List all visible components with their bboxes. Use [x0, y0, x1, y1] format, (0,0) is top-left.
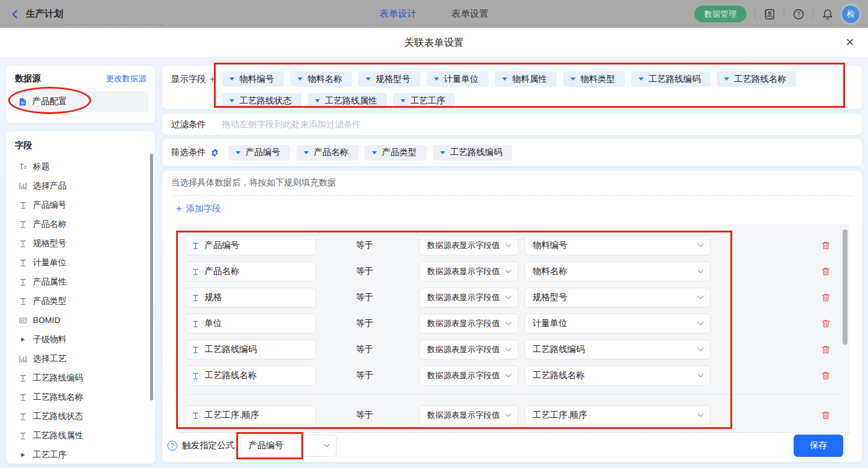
display-field-tag[interactable]: 物料类型 — [563, 71, 625, 87]
datasource-item-label: 产品配置 — [32, 96, 67, 107]
rule-source-select[interactable]: 数据源表显示字段值 — [419, 366, 518, 386]
field-item-product-type[interactable]: 产品类型 — [6, 291, 155, 311]
field-item-route-status[interactable]: 工艺路线状态 — [6, 407, 155, 426]
chevron-down-icon — [505, 322, 512, 325]
field-item-child-material[interactable]: ▶子级物料 — [6, 330, 155, 349]
avatar[interactable]: 检 — [842, 6, 859, 23]
help-circle-icon[interactable]: ? — [167, 441, 177, 451]
screen-field-tag[interactable]: 产品名称 — [296, 145, 358, 161]
data-manage-button[interactable]: 数据管理 — [694, 6, 746, 22]
close-icon[interactable]: ✕ — [846, 36, 854, 50]
rule-field-box[interactable]: 工艺路线编码 — [185, 340, 316, 360]
field-item-product-attr[interactable]: 产品属性 — [6, 272, 155, 291]
delete-rule-icon[interactable] — [821, 267, 831, 276]
field-item-select-process[interactable]: 选择工艺 — [6, 349, 155, 368]
screen-field-tag[interactable]: 工艺路线编码 — [433, 145, 512, 161]
delete-rule-icon[interactable] — [821, 410, 831, 420]
screen-panel: 筛选条件 产品编号 产品名称 产品类型 工艺路线编码 — [162, 139, 862, 166]
datasource-item[interactable]: 产品配置 — [12, 91, 149, 112]
screen-field-tag[interactable]: 产品编号 — [228, 145, 290, 161]
text-field-icon — [19, 412, 27, 421]
contacts-book-icon[interactable] — [763, 8, 776, 20]
rule-value-select[interactable]: 工艺路线编码 — [525, 340, 711, 360]
rule-source-select[interactable]: 数据源表显示字段值 — [419, 288, 518, 307]
equals-label: 等于 — [356, 292, 374, 303]
filter-panel[interactable]: 过滤条件 拖动左侧字段到此处来添加过滤条件 — [162, 114, 862, 135]
rule-value-select[interactable]: 工艺工序.顺序 — [525, 405, 711, 425]
text-field-icon — [19, 431, 27, 440]
rule-source-select[interactable]: 数据源表显示字段值 — [419, 262, 518, 281]
help-icon[interactable]: ? — [792, 8, 805, 20]
display-field-tag[interactable]: 工艺路线名称 — [717, 71, 796, 87]
equals-label: 等于 — [356, 410, 374, 421]
bell-icon[interactable] — [822, 8, 834, 20]
field-item-product-name[interactable]: 产品名称 — [6, 214, 155, 234]
caret-right-icon: ▶ — [19, 452, 27, 457]
text-field-icon — [192, 372, 200, 380]
rule-source-select[interactable]: 数据源表显示字段值 — [419, 236, 518, 255]
rule-field-box[interactable]: 规格 — [185, 288, 316, 307]
display-field-tag[interactable]: 物料名称 — [290, 71, 352, 87]
field-item-route-name[interactable]: 工艺路线名称 — [6, 387, 155, 407]
add-field-button[interactable]: + 添加字段 — [176, 203, 221, 214]
field-item-process-step[interactable]: ▶工艺工序 — [6, 445, 155, 464]
tab-form-design[interactable]: 表单设计 — [379, 8, 417, 20]
field-item-title[interactable]: 标题 — [6, 157, 155, 176]
text-field-icon — [192, 412, 200, 420]
field-item-select-product[interactable]: 选择产品 — [6, 176, 155, 195]
topbar-tabs: 表单设计 表单设置 — [379, 0, 489, 28]
field-item-product-code[interactable]: 产品编号 — [6, 195, 155, 214]
fields-scrollbar[interactable] — [150, 154, 153, 400]
rule-source-select[interactable]: 数据源表显示字段值 — [419, 314, 518, 333]
delete-rule-icon[interactable] — [821, 371, 831, 381]
display-field-tag[interactable]: 工艺路线编码 — [631, 71, 711, 87]
field-item-route-attr[interactable]: 工艺路线属性 — [6, 426, 155, 445]
field-item-route-code[interactable]: 工艺路线编码 — [6, 368, 155, 387]
rules-scrollbar[interactable] — [843, 229, 848, 345]
text-field-icon — [19, 278, 27, 286]
dropdown-triangle-icon — [440, 151, 445, 154]
field-item-unit[interactable]: 计量单位 — [6, 253, 155, 272]
delete-rule-icon[interactable] — [821, 241, 831, 250]
rule-row: 产品编号 等于 数据源表显示字段值 物料编号 — [185, 236, 849, 255]
display-field-tag[interactable]: 工艺路线状态 — [222, 93, 301, 108]
display-field-tag[interactable]: 物料属性 — [495, 71, 557, 87]
field-item-spec-model[interactable]: 规格型号 — [6, 234, 155, 253]
screen-field-tag[interactable]: 产品类型 — [365, 145, 427, 161]
rule-value-select[interactable]: 物料编号 — [525, 236, 711, 255]
rule-value-select[interactable]: 物料名称 — [525, 262, 711, 281]
rule-field-box[interactable]: 单位 — [185, 314, 316, 333]
rule-field-box[interactable]: 产品名称 — [185, 262, 316, 281]
modal-body: 数据源 更改数据源 产品配置 字段 标题 选择产品 产品编号 产品名称 规格型号… — [0, 58, 868, 468]
display-field-tag[interactable]: 物料编号 — [222, 71, 284, 87]
text-field-icon — [19, 258, 27, 267]
gear-icon[interactable] — [210, 148, 219, 157]
rule-value-select[interactable]: 规格型号 — [525, 288, 711, 307]
rule-source-select[interactable]: 数据源表显示字段值 — [419, 405, 518, 425]
display-field-tag[interactable]: 工艺路线属性 — [308, 93, 387, 108]
tab-form-settings[interactable]: 表单设置 — [451, 8, 489, 20]
display-field-tag[interactable]: 工艺工序 — [393, 93, 455, 108]
rule-value-select[interactable]: 计量单位 — [525, 314, 711, 333]
display-field-tag[interactable]: 规格型号 — [358, 71, 420, 87]
trigger-formula-select[interactable]: 产品编号 — [241, 435, 337, 457]
add-display-field-button[interactable]: + — [210, 74, 215, 84]
rule-source-select[interactable]: 数据源表显示字段值 — [419, 340, 518, 360]
rule-value-select[interactable]: 工艺路线名称 — [525, 366, 711, 386]
rule-field-box[interactable]: 产品编号 — [185, 236, 316, 255]
display-field-tags: 物料编号 物料名称 规格型号 计量单位 物料属性 物料类型 工艺路线编码 工艺路… — [222, 71, 845, 109]
delete-rule-icon[interactable] — [821, 319, 831, 329]
equals-label: 等于 — [356, 318, 374, 329]
filter-placeholder: 拖动左侧字段到此处来添加过滤条件 — [222, 119, 361, 130]
delete-rule-icon[interactable] — [821, 345, 831, 355]
display-field-tag[interactable]: 计量单位 — [427, 71, 489, 87]
back-button[interactable] — [10, 9, 20, 19]
delete-rule-icon[interactable] — [821, 293, 831, 302]
save-button[interactable]: 保存 — [794, 435, 843, 457]
rule-field-box[interactable]: 工艺路线名称 — [185, 366, 316, 386]
field-item-bomid[interactable]: BOMID — [6, 311, 155, 330]
rule-field-box[interactable]: 工艺工序.顺序 — [185, 405, 316, 425]
divider — [186, 394, 841, 395]
change-datasource-link[interactable]: 更改数据源 — [106, 73, 146, 84]
text-field-icon — [19, 239, 27, 248]
